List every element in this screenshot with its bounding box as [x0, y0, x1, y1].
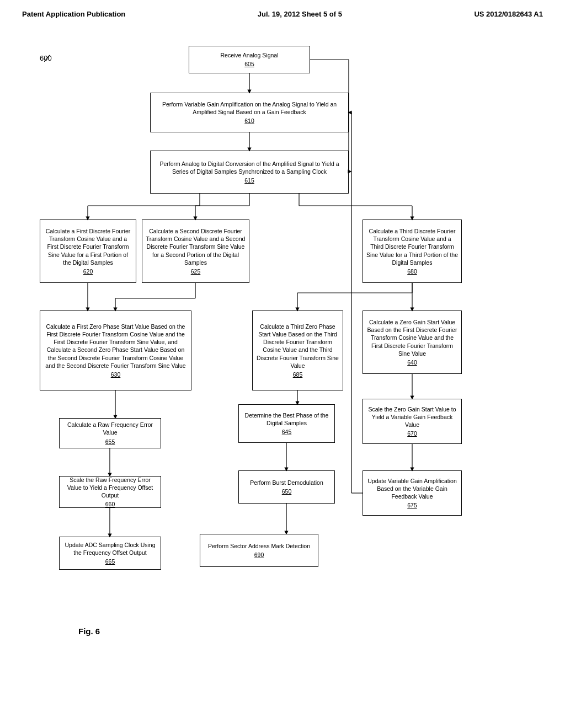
box-605: Receive Analog Signal 605: [189, 46, 310, 73]
box-665: Update ADC Sampling Clock Using the Freq…: [59, 537, 161, 570]
box-630: Calculate a First Zero Phase Start Value…: [40, 311, 191, 390]
box-680: Calculate a Third Discrete Fourier Trans…: [363, 220, 462, 283]
box-685: Calculate a Third Zero Phase Start Value…: [252, 311, 343, 390]
header-right: US 2012/0182643 A1: [474, 10, 543, 18]
figure-label: Fig. 6: [78, 627, 100, 636]
box-650: Perform Burst Demodulation 650: [238, 470, 335, 504]
header-left: Patent Application Publication: [22, 10, 125, 18]
box-690: Perform Sector Address Mark Detection 69…: [200, 534, 318, 567]
box-620: Calculate a First Discrete Fourier Trans…: [40, 220, 136, 283]
box-645: Determine the Best Phase of the Digital …: [238, 404, 335, 443]
svg-line-0: [44, 55, 50, 62]
page-header: Patent Application Publication Jul. 19, …: [0, 0, 565, 24]
diagram-container: 600 Receive Analog Signal 605 Perform Va…: [34, 35, 531, 641]
box-660: Scale the Raw Frequency Error Value to Y…: [59, 476, 161, 508]
header-center: Jul. 19, 2012 Sheet 5 of 5: [258, 10, 342, 18]
box-610: Perform Variable Gain Amplification on t…: [150, 93, 349, 132]
box-640: Calculate a Zero Gain Start Value Based …: [363, 311, 462, 374]
box-615: Perform Analog to Digital Conversion of …: [150, 151, 349, 194]
box-670: Scale the Zero Gain Start Value to Yield…: [363, 399, 462, 444]
box-625: Calculate a Second Discrete Fourier Tran…: [142, 220, 249, 283]
box-675: Update Variable Gain Amplification Based…: [363, 470, 462, 516]
arrow-600-indicator: [44, 54, 51, 62]
box-655: Calculate a Raw Frequency Error Value 65…: [59, 418, 161, 448]
